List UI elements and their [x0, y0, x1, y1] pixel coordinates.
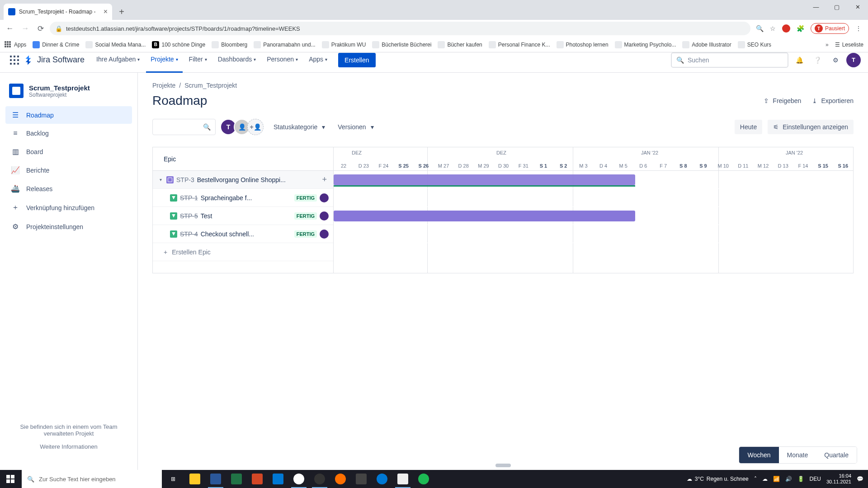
extensions-icon[interactable]: 🧩 — [797, 25, 804, 32]
task-view-button[interactable]: ⊞ — [163, 470, 184, 488]
sidebar-releases[interactable]: 🚢Releases — [5, 180, 132, 197]
issue-key[interactable]: STP-5 — [180, 212, 198, 220]
nav-people[interactable]: Personen▾ — [262, 47, 302, 73]
bookmark-item[interactable]: Photoshop lernen — [557, 41, 609, 48]
taskbar-mail[interactable] — [268, 470, 288, 488]
taskbar-clock[interactable]: 16:04 30.11.2021 — [826, 473, 851, 485]
search-input[interactable]: 🔍Suchen — [671, 52, 788, 68]
nav-projects[interactable]: Projekte▾ — [146, 47, 182, 73]
today-button[interactable]: Heute — [735, 120, 762, 134]
bookmark-item[interactable]: Bücherliste Bücherei — [372, 41, 431, 48]
settings-icon[interactable]: ⚙ — [828, 53, 843, 67]
story-row[interactable]: STP-5 Test FERTIG — [153, 207, 333, 225]
share-button[interactable]: ⇪Freigeben — [764, 97, 801, 104]
zoom-icon[interactable]: 🔍 — [756, 25, 764, 32]
status-filter[interactable]: Statuskategorie▾ — [271, 123, 328, 131]
forward-button[interactable]: → — [19, 22, 32, 35]
profile-avatar[interactable]: T — [846, 53, 861, 67]
sidebar-roadmap[interactable]: ☰Roadmap — [5, 106, 132, 124]
taskbar-chrome[interactable] — [288, 470, 309, 488]
taskbar-search[interactable]: 🔍Zur Suche Text hier eingeben — [22, 470, 162, 488]
profile-paused-badge[interactable]: TPausiert — [811, 23, 849, 34]
nav-apps[interactable]: Apps▾ — [304, 47, 332, 73]
create-epic-button[interactable]: + Erstellen Epic — [153, 243, 333, 261]
app-switcher-icon[interactable] — [7, 53, 22, 67]
scale-weeks[interactable]: Wochen — [739, 447, 778, 463]
new-tab-button[interactable]: + — [115, 5, 128, 19]
issue-key[interactable]: STP-3 — [176, 176, 194, 183]
create-button[interactable]: Erstellen — [338, 53, 375, 67]
bookmark-item[interactable]: SEO Kurs — [738, 41, 771, 48]
taskbar-app[interactable] — [330, 470, 351, 488]
tray-language[interactable]: DEU — [810, 476, 821, 482]
crumb-projects[interactable]: Projekte — [152, 82, 175, 89]
view-settings-button[interactable]: ⚟Einstellungen anzeigen — [768, 120, 854, 134]
address-bar[interactable]: 🔒 testdeutsch1.atlassian.net/jira/softwa… — [50, 22, 750, 35]
start-button[interactable] — [0, 470, 21, 488]
bookmark-item[interactable]: Dinner & Crime — [33, 41, 79, 48]
nav-your-work[interactable]: Ihre Aufgaben▾ — [92, 47, 144, 73]
taskbar-word[interactable] — [205, 470, 226, 488]
bookmark-star-icon[interactable]: ☆ — [770, 25, 776, 32]
adblock-icon[interactable] — [782, 24, 790, 33]
notifications-icon[interactable]: 🔔 — [792, 53, 807, 67]
bookmark-item[interactable]: Marketing Psycholo... — [615, 41, 676, 48]
assignee-avatar[interactable] — [320, 230, 329, 239]
epic-bar[interactable] — [334, 174, 635, 185]
story-row[interactable]: STP-1 Spracheingabe f... FERTIG — [153, 189, 333, 207]
taskbar-notepad[interactable] — [392, 470, 413, 488]
nav-filters[interactable]: Filter▾ — [184, 47, 212, 73]
epic-row[interactable]: ▾ STP-3 Bestellvorgang Online Shoppi... … — [153, 171, 333, 189]
crumb-project[interactable]: Scrum_Testprojekt — [184, 82, 237, 89]
browser-tab[interactable]: Scrum_Testprojekt - Roadmap - × — [4, 4, 112, 20]
bookmark-item[interactable]: Personal Finance K... — [489, 41, 550, 48]
taskbar-powerpoint[interactable] — [247, 470, 268, 488]
avatar-add[interactable]: +👤 — [247, 119, 264, 135]
sidebar-project-settings[interactable]: ⚙Projekteinstellungen — [5, 218, 132, 235]
reading-list[interactable]: ☰Leseliste — [835, 42, 863, 48]
taskbar-app[interactable] — [351, 470, 372, 488]
reload-button[interactable]: ⟳ — [34, 22, 47, 35]
taskbar-weather[interactable]: ☁ 3°C Regen u. Schnee — [687, 476, 749, 482]
assignee-avatar[interactable] — [320, 193, 329, 202]
collapse-icon[interactable]: ▾ — [157, 177, 164, 183]
back-button[interactable]: ← — [4, 22, 16, 35]
sidebar-backlog[interactable]: ≡Backlog — [5, 125, 132, 142]
version-filter[interactable]: Versionen▾ — [335, 123, 376, 131]
scale-quarters[interactable]: Quartale — [816, 447, 857, 463]
issue-key[interactable]: STP-1 — [180, 194, 198, 202]
browser-menu-icon[interactable]: ⋮ — [855, 25, 862, 32]
bookmark-item[interactable]: Adobe Illustrator — [682, 41, 731, 48]
taskbar-excel[interactable] — [226, 470, 247, 488]
nav-dashboards[interactable]: Dashboards▾ — [213, 47, 261, 73]
minimize-btn[interactable]: — — [806, 0, 826, 14]
bookmark-apps[interactable]: Apps — [5, 41, 26, 48]
export-button[interactable]: ⤓Exportieren — [812, 97, 854, 104]
sidebar-reports[interactable]: 📈Berichte — [5, 161, 132, 179]
notifications-tray-icon[interactable]: 💬 — [857, 476, 863, 482]
tray-up-icon[interactable]: ˄ — [754, 476, 757, 482]
story-row[interactable]: STP-4 Checkout schnell... FERTIG — [153, 225, 333, 243]
tray-volume-icon[interactable]: 🔊 — [785, 476, 792, 482]
close-window-btn[interactable]: ✕ — [847, 0, 868, 14]
add-child-button[interactable]: + — [320, 175, 329, 184]
taskbar-obs[interactable] — [309, 470, 330, 488]
column-resize-handle[interactable] — [495, 464, 511, 467]
taskbar-spotify[interactable] — [413, 470, 434, 488]
close-tab-icon[interactable]: × — [104, 8, 108, 16]
project-header[interactable]: Scrum_Testprojekt Softwareprojekt — [5, 84, 132, 106]
sidebar-board[interactable]: ▥Board — [5, 143, 132, 160]
jira-logo[interactable]: Jira Software — [24, 55, 85, 66]
assignee-avatar[interactable] — [320, 211, 329, 221]
taskbar-explorer[interactable] — [184, 470, 205, 488]
maximize-btn[interactable]: ▢ — [826, 0, 847, 14]
roadmap-search[interactable]: 🔍 — [152, 119, 216, 135]
story-bar[interactable] — [334, 211, 635, 221]
tray-battery-icon[interactable]: 🔋 — [797, 476, 804, 482]
bookmark-item[interactable]: Bücher kaufen — [438, 41, 482, 48]
more-info-link[interactable]: Weitere Informationen — [10, 443, 127, 450]
sidebar-add-shortcut[interactable]: ＋Verknüpfung hinzufügen — [5, 198, 132, 217]
issue-key[interactable]: STP-4 — [180, 230, 198, 238]
help-icon[interactable]: ❔ — [810, 53, 825, 67]
scale-months[interactable]: Monate — [779, 447, 816, 463]
